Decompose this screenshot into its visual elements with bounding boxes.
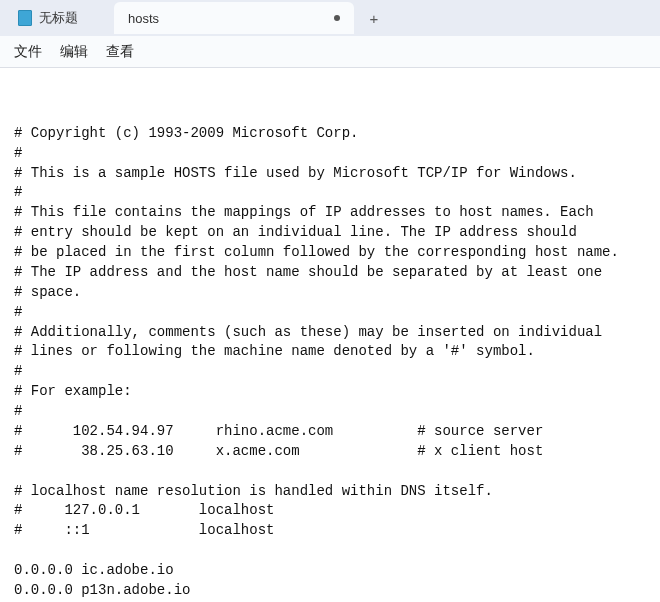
editor-line: # <box>14 303 646 323</box>
editor-line: # This is a sample HOSTS file used by Mi… <box>14 164 646 184</box>
editor-line: # The IP address and the host name shoul… <box>14 263 646 283</box>
editor-line: # space. <box>14 283 646 303</box>
text-editor[interactable]: # Copyright (c) 1993-2009 Microsoft Corp… <box>0 68 660 602</box>
document-icon <box>18 10 32 26</box>
tab-label: hosts <box>128 11 159 26</box>
editor-line: # <box>14 362 646 382</box>
editor-line: # <box>14 402 646 422</box>
editor-line: # Additionally, comments (such as these)… <box>14 323 646 343</box>
modified-indicator-icon <box>334 15 340 21</box>
editor-line: # <box>14 144 646 164</box>
editor-line: # lines or following the machine name de… <box>14 342 646 362</box>
editor-line: # <box>14 183 646 203</box>
editor-line: 0.0.0.0 p13n.adobe.io <box>14 581 646 601</box>
editor-line: 0.0.0.0 ic.adobe.io <box>14 561 646 581</box>
editor-line: # This file contains the mappings of IP … <box>14 203 646 223</box>
new-tab-button[interactable]: + <box>360 4 388 32</box>
editor-line <box>14 541 646 561</box>
editor-line: # be placed in the first column followed… <box>14 243 646 263</box>
editor-line: # ::1 localhost <box>14 521 646 541</box>
menu-bar: 文件 编辑 查看 <box>0 36 660 68</box>
editor-line <box>14 462 646 482</box>
editor-line: # entry should be kept on an individual … <box>14 223 646 243</box>
tab-label: 无标题 <box>39 9 78 27</box>
tab-hosts[interactable]: hosts <box>114 2 354 34</box>
menu-edit[interactable]: 编辑 <box>60 43 88 61</box>
editor-line: # Copyright (c) 1993-2009 Microsoft Corp… <box>14 124 646 144</box>
editor-line: # 38.25.63.10 x.acme.com # x client host <box>14 442 646 462</box>
plus-icon: + <box>370 10 379 27</box>
editor-line: # 102.54.94.97 rhino.acme.com # source s… <box>14 422 646 442</box>
tab-bar: 无标题 hosts + <box>0 0 660 36</box>
editor-line: # For example: <box>14 382 646 402</box>
menu-view[interactable]: 查看 <box>106 43 134 61</box>
editor-line: # 127.0.0.1 localhost <box>14 501 646 521</box>
menu-file[interactable]: 文件 <box>14 43 42 61</box>
editor-line: # localhost name resolution is handled w… <box>14 482 646 502</box>
tab-untitled[interactable]: 无标题 <box>4 2 114 34</box>
